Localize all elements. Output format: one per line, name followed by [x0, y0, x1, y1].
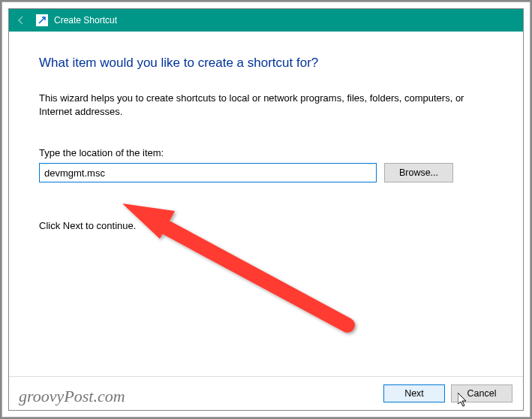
wizard-content: What item would you like to create a sho… [9, 32, 523, 376]
wizard-window: Create Shortcut What item would you like… [8, 8, 524, 411]
wizard-footer: Next Cancel [9, 376, 523, 410]
back-button [15, 14, 27, 26]
window-title: Create Shortcut [54, 15, 117, 26]
titlebar: Create Shortcut [9, 9, 523, 32]
continue-instruction: Click Next to continue. [39, 220, 493, 231]
next-button[interactable]: Next [383, 384, 445, 402]
page-heading: What item would you like to create a sho… [39, 56, 493, 71]
browse-button[interactable]: Browse... [384, 163, 453, 182]
page-description: This wizard helps you to create shortcut… [39, 92, 493, 119]
location-input[interactable] [39, 163, 377, 182]
location-label: Type the location of the item: [39, 147, 493, 158]
cancel-button[interactable]: Cancel [451, 384, 512, 402]
shortcut-icon [36, 14, 48, 26]
